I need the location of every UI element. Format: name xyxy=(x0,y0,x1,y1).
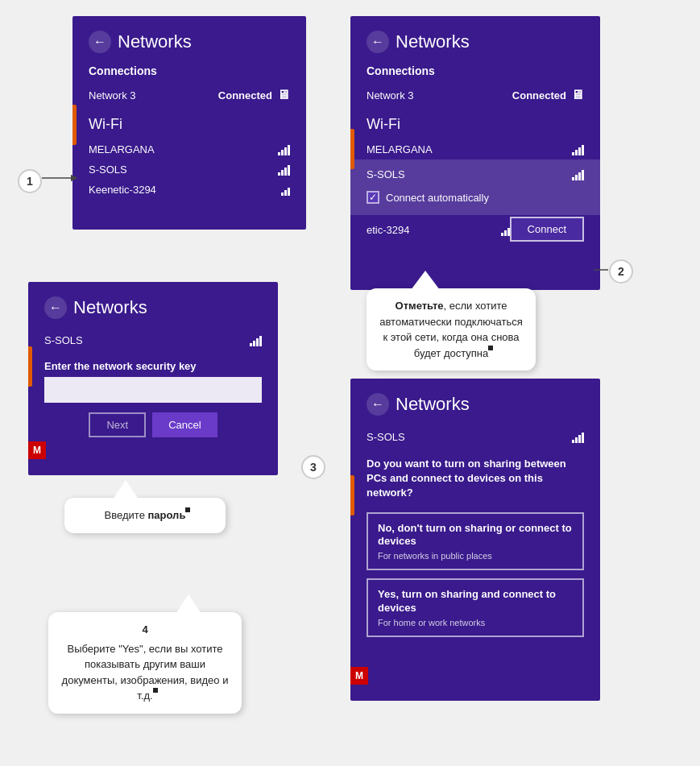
keenetic-name-2: etic-3294 xyxy=(367,224,409,236)
orange-bar-3 xyxy=(28,346,32,387)
network-name-2: Network 3 xyxy=(367,89,414,101)
keenetic-name-1: Keenetic-3294 xyxy=(89,184,156,196)
panel-4: ← Networks S-SOLS Do you want to turn on… xyxy=(350,379,600,701)
panel-2-header: ← Networks xyxy=(367,31,584,53)
panel-1-header: ← Networks xyxy=(89,31,290,53)
signal-bars-ssols-2 xyxy=(572,169,584,180)
yes-sharing-option[interactable]: Yes, turn on sharing and connect to devi… xyxy=(367,578,584,637)
sharing-question: Do you want to turn on sharing between P… xyxy=(367,457,584,501)
signal-bars-melargana-2 xyxy=(572,144,584,155)
wifi-label-1: Wi-Fi xyxy=(89,116,290,133)
ssols-row-2-inner: S-SOLS xyxy=(367,164,584,184)
panel-3-header: ← Networks xyxy=(44,296,262,319)
step-3-badge: 3 xyxy=(301,455,325,479)
password-input[interactable] xyxy=(44,377,262,403)
panel-1: ← Networks Connections Network 3 Connect… xyxy=(72,16,306,230)
yes-sharing-title: Yes, turn on sharing and connect to devi… xyxy=(378,588,573,615)
connected-status-1: Connected 🖥 xyxy=(218,88,290,102)
ssols-label-4: S-SOLS xyxy=(367,431,405,443)
connect-auto-label: Connect automatically xyxy=(386,192,489,204)
callout-3: Введите пароль xyxy=(64,498,226,533)
callout-2: Отметьте, если хотите автоматически подк… xyxy=(367,288,536,371)
orange-bar-4 xyxy=(350,475,354,515)
step-1-badge: 1 xyxy=(18,169,42,193)
panel-3-title: Networks xyxy=(73,297,147,318)
step2-arrow xyxy=(594,266,613,274)
ssols-label-3: S-SOLS xyxy=(44,334,83,346)
melargana-name-1: MELARGANA xyxy=(89,143,155,155)
back-button-3[interactable]: ← xyxy=(44,296,67,319)
ssols-row-1[interactable]: S-SOLS xyxy=(89,159,290,180)
callout-4-text: Выберите "Yes", если вы хотите показыват… xyxy=(62,643,229,702)
yes-sharing-sub: For home or work networks xyxy=(378,618,573,627)
callout-3-bold: пароль xyxy=(147,509,185,521)
next-button[interactable]: Next xyxy=(89,412,146,437)
keenetic-row-2[interactable]: etic-3294 xyxy=(367,220,510,240)
network-status-row-1: Network 3 Connected 🖥 xyxy=(89,84,290,106)
signal-bars-ssols-3 xyxy=(250,335,262,346)
security-key-label: Enter the network security key xyxy=(44,360,262,372)
orange-bar-2 xyxy=(350,129,354,169)
signal-bars-ssols-4 xyxy=(572,432,584,443)
cancel-button[interactable]: Cancel xyxy=(152,412,217,437)
panel-1-title: Networks xyxy=(118,31,192,52)
connections-label-1: Connections xyxy=(89,64,290,77)
connect-auto-row[interactable]: ✓ Connect automatically xyxy=(367,184,584,210)
callout-4-num: 4 xyxy=(61,622,229,638)
monitor-icon-2: 🖥 xyxy=(571,88,584,102)
callout-2-bold: Отметьте xyxy=(396,300,444,312)
melargana-row-2[interactable]: MELARGANA xyxy=(367,139,584,159)
back-button-1[interactable]: ← xyxy=(89,31,111,53)
connections-label-2: Connections xyxy=(367,64,584,77)
melargana-row-1[interactable]: MELARGANA xyxy=(89,139,290,159)
orange-bar-1 xyxy=(72,105,77,145)
callout-3-prefix: Введите xyxy=(105,509,148,521)
network-status-row-2: Network 3 Connected 🖥 xyxy=(367,84,584,106)
monitor-icon-1: 🖥 xyxy=(277,88,290,102)
back-button-4[interactable]: ← xyxy=(367,393,389,416)
panel-4-title: Networks xyxy=(396,394,470,415)
panel-3: ← Networks S-SOLS Enter the network secu… xyxy=(28,282,278,475)
signal-bars-keenetic-2 xyxy=(501,225,510,236)
ssols-row-3: S-SOLS xyxy=(44,330,262,350)
panel-2: ← Networks Connections Network 3 Connect… xyxy=(350,16,600,290)
connect-button[interactable]: Connect xyxy=(510,217,584,242)
m-badge-4: M xyxy=(350,667,368,685)
wifi-label-2: Wi-Fi xyxy=(367,116,584,133)
connect-auto-checkbox[interactable]: ✓ xyxy=(367,191,379,204)
callout-4: 4 Выберите "Yes", если вы хотите показыв… xyxy=(48,612,242,714)
panel-4-header: ← Networks xyxy=(367,393,584,416)
melargana-name-2: MELARGANA xyxy=(367,143,433,155)
keenetic-row-1[interactable]: Keenetic-3294 xyxy=(89,180,290,200)
m-badge-3: M xyxy=(28,441,46,459)
no-sharing-title: No, don't turn on sharing or connect to … xyxy=(378,522,573,549)
signal-bars-ssols-1 xyxy=(278,164,290,176)
panel-2-title: Networks xyxy=(396,31,470,52)
ssols-highlighted-row[interactable]: S-SOLS ✓ Connect automatically Connect xyxy=(350,159,600,215)
signal-bars-keenetic-1 xyxy=(281,184,290,196)
ssols-row-4: S-SOLS xyxy=(367,427,584,447)
signal-bars-melargana-1 xyxy=(278,144,290,155)
back-button-2[interactable]: ← xyxy=(367,31,389,53)
panel-3-buttons: Next Cancel xyxy=(44,412,262,437)
ssols-name-1: S-SOLS xyxy=(89,164,127,176)
step1-arrow xyxy=(42,173,82,183)
no-sharing-option[interactable]: No, don't turn on sharing or connect to … xyxy=(367,512,584,571)
ssols-name-2: S-SOLS xyxy=(367,168,405,180)
no-sharing-sub: For networks in public places xyxy=(378,551,573,561)
connected-status-2: Connected 🖥 xyxy=(512,88,584,102)
network-name-1: Network 3 xyxy=(89,89,136,101)
